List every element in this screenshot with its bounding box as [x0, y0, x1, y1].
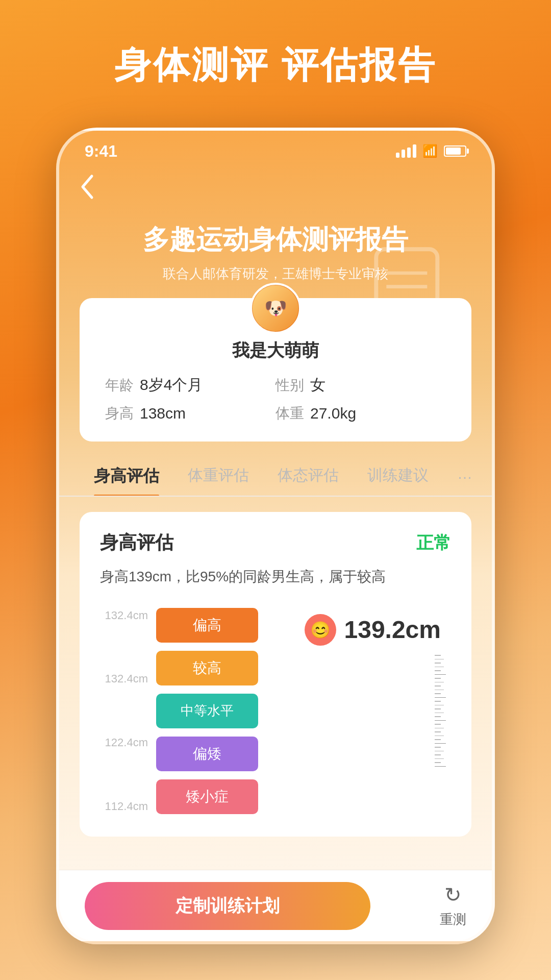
- signal-icon: [396, 144, 416, 158]
- age-item: 年龄 8岁4个月: [105, 375, 276, 396]
- user-name: 我是大萌萌: [105, 339, 446, 362]
- height-label: 身高: [105, 404, 134, 423]
- bar-jiaogao: 较高: [156, 651, 258, 685]
- eval-section: 身高评估 正常 身高139cm，比95%的同龄男生高，属于较高 132.4cm …: [80, 512, 471, 837]
- tab-bar: 身高评估 体重评估 体态评估 训练建议 …: [59, 442, 492, 497]
- page-bg-title: 身体测评 评估报告: [0, 41, 551, 90]
- phone-mockup: 9:41 📶 多趣运动身体测评报告 联合人邮: [56, 128, 495, 944]
- bar-pianggao: 偏高: [156, 608, 258, 643]
- battery-icon: [444, 145, 466, 157]
- gender-item: 性别 女: [276, 375, 446, 396]
- status-time: 9:41: [85, 142, 117, 161]
- weight-value: 27.0kg: [310, 405, 356, 422]
- height-value: 138cm: [140, 405, 186, 422]
- eval-desc: 身高139cm，比95%的同龄男生高，属于较高: [100, 566, 451, 589]
- bottom-bar: 定制训练计划 ↻ 重测: [59, 870, 492, 941]
- reset-button[interactable]: ↻ 重测: [440, 883, 466, 928]
- gender-label: 性别: [276, 376, 304, 395]
- reset-label: 重测: [440, 911, 466, 928]
- age-label: 年龄: [105, 376, 134, 395]
- tab-more[interactable]: …: [443, 457, 487, 496]
- weight-label: 体重: [276, 404, 304, 423]
- customize-plan-button[interactable]: 定制训练计划: [85, 882, 370, 930]
- tab-training[interactable]: 训练建议: [353, 457, 443, 496]
- height-item: 身高 138cm: [105, 404, 276, 423]
- tab-height[interactable]: 身高评估: [80, 457, 173, 496]
- eval-title: 身高评估: [100, 530, 173, 555]
- avatar: 🐶: [250, 283, 301, 334]
- user-info-grid: 年龄 8岁4个月 性别 女 身高 138cm 体重 27.0kg: [105, 375, 446, 423]
- status-bar: 9:41 📶: [59, 131, 492, 166]
- age-value: 8岁4个月: [140, 375, 203, 396]
- axis-label-4: 112.4cm: [100, 800, 156, 813]
- eval-header: 身高评估 正常: [100, 530, 451, 555]
- bar-row-3: 中等水平: [156, 692, 433, 730]
- axis-label-3: 122.4cm: [100, 736, 156, 749]
- gender-value: 女: [310, 375, 325, 396]
- bar-row-5: 矮小症: [156, 777, 433, 816]
- bar-pianai: 偏矮: [156, 737, 258, 771]
- eval-status: 正常: [416, 531, 451, 555]
- bar-row-4: 偏矮: [156, 734, 433, 773]
- height-indicator: 😊 139.2cm: [305, 614, 441, 646]
- bar-zhongdeng: 中等水平: [156, 694, 258, 728]
- axis-label-1: 132.4cm: [100, 609, 156, 622]
- tab-weight[interactable]: 体重评估: [173, 457, 263, 496]
- wifi-icon: 📶: [422, 144, 438, 158]
- bar-aizhao: 矮小症: [156, 779, 258, 814]
- reset-icon: ↻: [444, 883, 462, 906]
- user-card: 🐶 我是大萌萌 年龄 8岁4个月 性别 女 身高 138cm 体重 27.0kg: [80, 298, 471, 442]
- axis-label-2: 132.4cm: [100, 672, 156, 685]
- smiley-icon: 😊: [305, 614, 336, 646]
- status-icons: 📶: [396, 144, 466, 158]
- measured-height: 139.2cm: [344, 616, 441, 644]
- avatar-container: 🐶: [105, 283, 446, 334]
- back-button[interactable]: [59, 166, 492, 212]
- tab-posture[interactable]: 体态评估: [263, 457, 353, 496]
- bar-row-2: 较高: [156, 649, 433, 688]
- weight-item: 体重 27.0kg: [276, 404, 446, 423]
